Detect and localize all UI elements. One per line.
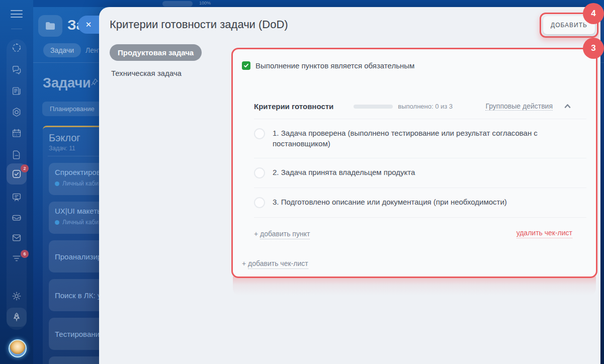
document-icon[interactable] bbox=[11, 149, 22, 160]
checklist-progress-text: выполнено: 0 из 3 bbox=[398, 103, 453, 110]
notifications-badge: 6 bbox=[21, 250, 29, 258]
menu-icon[interactable] bbox=[11, 10, 23, 18]
item-text: 1. Задача проверена (выполнено тестирова… bbox=[273, 128, 547, 149]
tutorial-step-badge-3: 3 bbox=[583, 38, 604, 59]
chat-icon[interactable] bbox=[11, 64, 22, 75]
delete-checklist-link[interactable]: удалить чек-лист bbox=[516, 229, 572, 238]
item-checkbox[interactable] bbox=[254, 167, 265, 178]
planning-button[interactable]: Планирование bbox=[42, 102, 102, 116]
item-text: 3. Подготовлено описание или документаци… bbox=[273, 197, 507, 208]
tasks-badge: 2 bbox=[21, 164, 29, 172]
mail-icon[interactable] bbox=[11, 232, 22, 243]
chevron-up-icon[interactable] bbox=[564, 103, 571, 110]
app-sidebar: 2 6 bbox=[0, 0, 33, 364]
inbox-icon[interactable] bbox=[11, 212, 22, 223]
zoom-level-text: 100% bbox=[199, 1, 211, 6]
dod-checklist-panel: Выполнение пунктов является обязательным… bbox=[231, 48, 597, 278]
app-canvas: 100% 2 bbox=[0, 0, 604, 364]
checklist-footer: + добавить пункт удалить чек-лист bbox=[254, 229, 586, 238]
user-avatar[interactable] bbox=[9, 339, 27, 357]
sidebar-icon-rail bbox=[7, 39, 27, 330]
item-checkbox[interactable] bbox=[254, 128, 265, 139]
checklist-title: Критерии готовности bbox=[254, 102, 333, 111]
page-title: Задачи bbox=[43, 75, 91, 91]
task-card-title: Поиск в ЛК: у bbox=[55, 291, 101, 300]
dod-settings-modal: ✕ Критерии готовности задачи (DoD) ДОБАВ… bbox=[99, 7, 600, 364]
checklist-progress-bar bbox=[354, 105, 393, 109]
pin-icon[interactable] bbox=[90, 77, 99, 86]
calendar-icon[interactable] bbox=[11, 128, 22, 139]
check-icon bbox=[243, 63, 249, 68]
project-folder-tile[interactable] bbox=[38, 15, 62, 37]
modal-title: Критерии готовности задачи (DoD) bbox=[110, 18, 288, 31]
add-item-link[interactable]: + добавить пункт bbox=[254, 230, 310, 238]
project-dot bbox=[55, 220, 59, 225]
folder-icon bbox=[44, 20, 56, 32]
tab-technical-task[interactable]: Техническая задача bbox=[111, 69, 182, 77]
add-checklist-link[interactable]: + добавить чек-лист bbox=[242, 259, 587, 267]
task-card-project: Личный каби bbox=[62, 219, 99, 226]
item-text: 2. Задача принята владельцем продукта bbox=[273, 167, 415, 178]
tab-product-task[interactable]: Продуктовая задача bbox=[110, 44, 202, 61]
required-checkbox-label: Выполнение пунктов является обязательным bbox=[255, 61, 414, 70]
gear-icon[interactable] bbox=[11, 291, 22, 302]
hexagon-icon[interactable] bbox=[11, 107, 22, 118]
tasks-icon[interactable] bbox=[11, 168, 22, 179]
tutorial-step-badge-4: 4 bbox=[583, 3, 604, 24]
checklist-item: 1. Задача проверена (выполнено тестирова… bbox=[254, 119, 586, 158]
required-checkbox[interactable] bbox=[242, 61, 250, 70]
feed-icon[interactable] bbox=[11, 85, 22, 97]
zoom-control-pill bbox=[162, 1, 193, 7]
required-checkbox-row: Выполнение пунктов является обязательным bbox=[242, 61, 587, 70]
item-checkbox[interactable] bbox=[254, 197, 265, 208]
spaces-icon[interactable] bbox=[11, 42, 22, 53]
group-actions-link[interactable]: Групповые действия bbox=[485, 102, 553, 111]
board-icon[interactable] bbox=[11, 192, 22, 203]
sidebar-divider bbox=[11, 29, 22, 29]
browser-zoom-bar: 100% bbox=[33, 0, 604, 7]
checklist-item: 3. Подготовлено описание или документаци… bbox=[254, 188, 586, 218]
checklist-header: Критерии готовности выполнено: 0 из 3 Гр… bbox=[254, 102, 586, 119]
close-icon[interactable]: ✕ bbox=[78, 16, 99, 34]
checklist-item: 2. Задача принята владельцем продукта bbox=[254, 158, 586, 188]
task-card-title: Тестировани bbox=[55, 330, 100, 338]
project-dot bbox=[55, 181, 59, 186]
task-card-project: Личный каби bbox=[62, 180, 99, 187]
checklist-block: Критерии готовности выполнено: 0 из 3 Гр… bbox=[254, 102, 586, 238]
rocket-icon[interactable] bbox=[11, 312, 22, 323]
task-card-title: Проанализир bbox=[55, 252, 102, 261]
tab-tasks[interactable]: Задачи bbox=[43, 43, 81, 57]
tutorial-panel-glow bbox=[233, 277, 596, 296]
